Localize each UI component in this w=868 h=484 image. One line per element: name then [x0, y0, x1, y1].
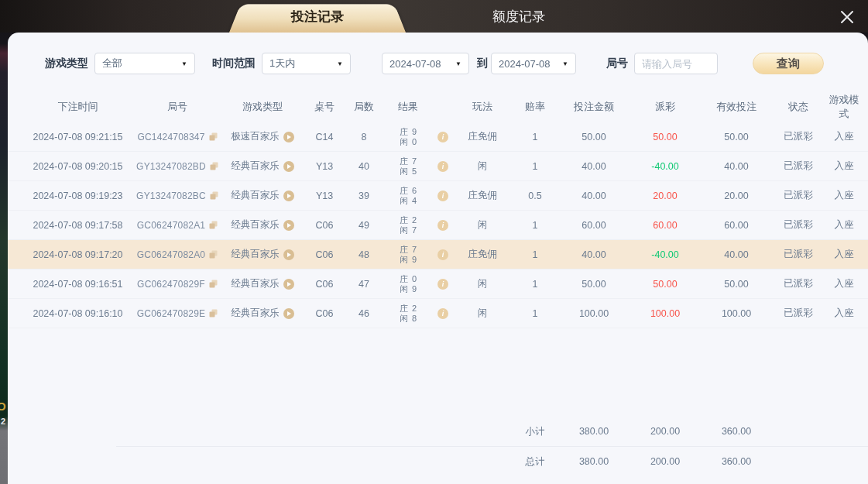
- play-icon[interactable]: [283, 279, 294, 290]
- tab-bar: 投注记录 额度记录: [240, 0, 596, 33]
- round-no-cell: 47: [345, 279, 383, 290]
- table-row[interactable]: 2024-07-08 09:16:10GC062470829E经典百家乐C064…: [8, 299, 868, 328]
- game-type-text: 经典百家乐: [231, 277, 280, 290]
- info-icon[interactable]: i: [437, 161, 448, 172]
- info-icon[interactable]: i: [437, 249, 448, 260]
- copy-icon[interactable]: [210, 191, 218, 200]
- payout-cell: 100.00: [630, 308, 701, 319]
- search-button[interactable]: 查询: [753, 53, 824, 74]
- player-label: 闲: [400, 225, 408, 235]
- info-icon[interactable]: i: [437, 132, 448, 142]
- copy-icon[interactable]: [209, 280, 218, 288]
- game-type-cell: 经典百家乐: [221, 277, 304, 290]
- background-glyph: 2: [1, 417, 5, 426]
- column-header: 局数: [345, 100, 383, 114]
- banker-label: 庄: [400, 274, 408, 284]
- valid-bet-cell: 40.00: [701, 161, 772, 172]
- bet-amount-cell: 40.00: [558, 191, 630, 201]
- player-score: 0: [412, 137, 417, 147]
- table-row[interactable]: 2024-07-08 09:17:58GC06247082A1经典百家乐C064…: [8, 211, 868, 240]
- round-id-cell: GC06247082A1: [134, 220, 221, 231]
- table-row[interactable]: 2024-07-08 09:21:15GC1424708347极速百家乐C148…: [8, 122, 868, 152]
- game-mode-cell: 入座: [825, 130, 863, 143]
- info-icon[interactable]: i: [437, 220, 448, 231]
- game-type-cell: 经典百家乐: [221, 189, 304, 202]
- round-id-cell: GY13247082BD: [134, 161, 221, 172]
- table-row[interactable]: 2024-07-08 09:20:15GY13247082BD经典百家乐Y134…: [8, 152, 868, 181]
- play-type-cell: 闲: [453, 218, 512, 232]
- game-type-value: 全部: [102, 57, 122, 70]
- round-id-text: GC1424708347: [137, 132, 204, 142]
- play-icon[interactable]: [283, 249, 294, 260]
- info-icon[interactable]: i: [437, 191, 448, 201]
- table-row[interactable]: 2024-07-08 09:16:51GC062470829F经典百家乐C064…: [8, 269, 868, 299]
- date-from-select[interactable]: 2024-07-08 ▼: [382, 53, 469, 74]
- copy-icon[interactable]: [209, 250, 218, 259]
- play-icon[interactable]: [283, 161, 294, 172]
- player-result: 闲9: [400, 255, 417, 265]
- status-cell: 已派彩: [772, 189, 825, 202]
- table-row[interactable]: 2024-07-08 09:19:23GY13247082BC经典百家乐Y133…: [8, 181, 868, 211]
- banker-score: 6: [412, 186, 417, 196]
- payout-cell: -40.00: [630, 161, 701, 172]
- banker-result: 庄2: [400, 304, 417, 314]
- game-mode-cell: 入座: [825, 277, 863, 290]
- player-label: 闲: [400, 137, 408, 147]
- info-icon[interactable]: i: [437, 308, 448, 319]
- table-row[interactable]: 2024-07-08 09:17:20GC06247082A0经典百家乐C064…: [8, 240, 868, 269]
- play-icon[interactable]: [283, 308, 294, 319]
- copy-icon[interactable]: [209, 221, 218, 229]
- bet-time-cell: 2024-07-08 09:17:58: [22, 220, 134, 231]
- player-result: 闲4: [400, 196, 417, 206]
- payout-cell: 50.00: [630, 132, 701, 142]
- round-id-text: GC06247082A1: [137, 220, 205, 231]
- game-type-select[interactable]: 全部 ▼: [94, 53, 195, 74]
- result-cell: 庄0闲9: [383, 274, 433, 294]
- info-icon[interactable]: i: [437, 279, 448, 290]
- play-icon[interactable]: [283, 220, 294, 231]
- date-to-select[interactable]: 2024-07-08 ▼: [491, 53, 576, 74]
- banker-label: 庄: [400, 215, 408, 225]
- play-icon[interactable]: [283, 191, 294, 201]
- column-header: 状态: [772, 100, 825, 114]
- column-header: 派彩: [630, 100, 701, 114]
- result-cell: 庄7闲9: [383, 245, 433, 265]
- copy-icon[interactable]: [209, 309, 218, 318]
- round-id-field: [634, 53, 718, 74]
- date-from-value: 2024-07-08: [389, 58, 441, 70]
- tab-quota-records[interactable]: 额度记录: [441, 0, 596, 33]
- copy-icon[interactable]: [210, 162, 218, 170]
- round-id-input[interactable]: [642, 58, 710, 70]
- round-id-text: GC062470829E: [137, 308, 205, 319]
- bet-time-cell: 2024-07-08 09:16:51: [22, 279, 134, 290]
- odds-cell: 1: [512, 161, 558, 172]
- play-icon[interactable]: [283, 132, 294, 142]
- player-score: 4: [412, 196, 417, 206]
- close-icon[interactable]: [837, 7, 857, 27]
- odds-cell: 1: [512, 279, 558, 290]
- player-score: 9: [412, 284, 417, 294]
- play-type-cell: 庄免佣: [453, 189, 512, 202]
- game-type-label: 游戏类型: [45, 57, 88, 70]
- tab-quota-records-label: 额度记录: [492, 8, 545, 26]
- bet-amount-cell: 40.00: [558, 249, 630, 260]
- banker-label: 庄: [400, 127, 408, 137]
- tab-bet-records[interactable]: 投注记录: [240, 0, 395, 33]
- round-id-label: 局号: [606, 57, 628, 70]
- player-score: 9: [412, 255, 417, 265]
- result-cell: 庄2闲8: [383, 304, 433, 324]
- subtotal-label: 小计: [512, 425, 558, 438]
- payout-cell: 60.00: [630, 220, 701, 231]
- time-range-select[interactable]: 1天内 ▼: [262, 53, 351, 74]
- odds-cell: 0.5: [512, 191, 558, 201]
- copy-icon[interactable]: [209, 132, 218, 141]
- column-header: 游戏模式: [825, 93, 863, 121]
- table-no-cell: C14: [304, 132, 345, 142]
- game-type-cell: 经典百家乐: [221, 218, 304, 232]
- bet-amount-cell: 60.00: [558, 220, 630, 231]
- game-type-cell: 经典百家乐: [221, 160, 304, 173]
- chevron-down-icon: ▼: [337, 60, 343, 67]
- column-header: 局号: [134, 100, 221, 114]
- game-type-text: 经典百家乐: [231, 189, 280, 202]
- table-no-cell: C06: [304, 220, 345, 231]
